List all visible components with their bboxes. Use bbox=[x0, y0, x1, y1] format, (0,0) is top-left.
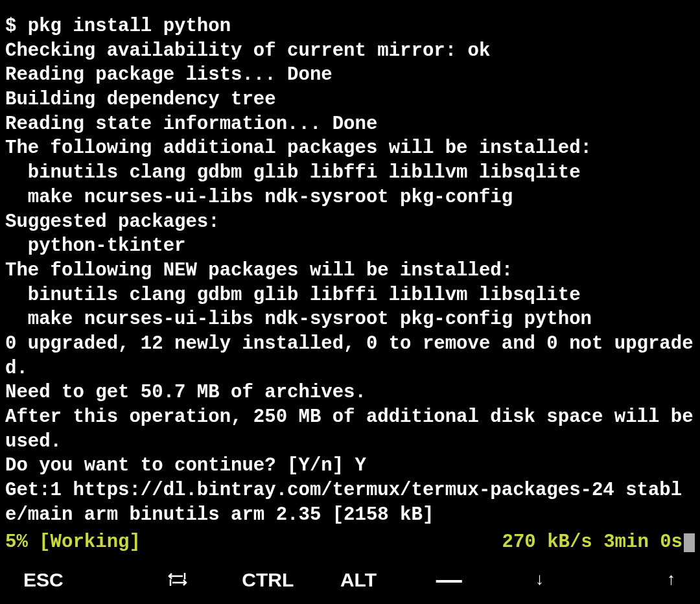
ctrl-key[interactable]: CTRL bbox=[222, 559, 313, 600]
terminal-output[interactable]: $ pkg install python Checking availabili… bbox=[0, 0, 700, 530]
output-line: After this operation, 250 MB of addition… bbox=[5, 406, 700, 452]
output-line: Checking availability of current mirror:… bbox=[5, 40, 490, 62]
output-line: make ncurses-ui-libs ndk-sysroot pkg-con… bbox=[5, 187, 513, 208]
output-line: 0 upgraded, 12 newly installed, 0 to rem… bbox=[5, 333, 694, 379]
output-line: The following NEW packages will be insta… bbox=[5, 260, 513, 281]
arrow-down-key[interactable]: ↓ bbox=[495, 559, 585, 600]
shell-prompt: $ bbox=[5, 16, 28, 37]
download-status-line: 5% [Working] 270 kB/s 3min 0s bbox=[0, 530, 700, 559]
extra-keys-bar: ESC CTRL ALT — ↓ ↑ bbox=[0, 559, 700, 604]
alt-key[interactable]: ALT bbox=[313, 559, 404, 600]
output-line: Do you want to continue? [Y/n] Y bbox=[5, 455, 366, 476]
tab-key[interactable] bbox=[132, 559, 223, 600]
download-progress: 5% [Working] bbox=[5, 530, 502, 555]
output-line: python-tkinter bbox=[5, 235, 185, 257]
output-line: Suggested packages: bbox=[5, 211, 220, 233]
download-speed-eta: 270 kB/s 3min 0s bbox=[502, 530, 695, 555]
dash-key[interactable]: — bbox=[404, 559, 495, 600]
tab-icon bbox=[167, 571, 188, 588]
output-line: Get:1 https://dl.bintray.com/termux/term… bbox=[5, 480, 682, 526]
output-line: make ncurses-ui-libs ndk-sysroot pkg-con… bbox=[5, 308, 592, 330]
arrow-up-key[interactable]: ↑ bbox=[585, 559, 694, 600]
cursor-icon bbox=[684, 533, 695, 552]
output-line: The following additional packages will b… bbox=[5, 137, 592, 159]
command-text: pkg install python bbox=[28, 16, 231, 37]
esc-key[interactable]: ESC bbox=[6, 559, 132, 600]
output-line: binutils clang gdbm glib libffi libllvm … bbox=[5, 162, 581, 183]
output-line: Reading state information... Done bbox=[5, 113, 377, 135]
output-line: binutils clang gdbm glib libffi libllvm … bbox=[5, 285, 581, 306]
output-line: Building dependency tree bbox=[5, 89, 276, 110]
output-line: Need to get 50.7 MB of archives. bbox=[5, 382, 366, 403]
output-line: Reading package lists... Done bbox=[5, 64, 332, 86]
